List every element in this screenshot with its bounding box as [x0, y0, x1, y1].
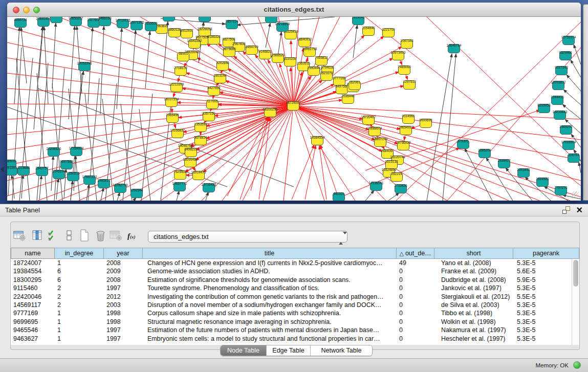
cell-title[interactable]: Corpus callosum shape and size in male p…	[143, 309, 397, 317]
cell-out_degree[interactable]: 0	[397, 318, 434, 326]
cell-out_degree[interactable]: 0	[397, 301, 434, 309]
show-columns-button[interactable]	[31, 229, 45, 243]
cell-name[interactable]: 18724007	[11, 259, 55, 267]
table-panel-header[interactable]: Table Panel ✕	[0, 204, 588, 216]
table-row[interactable]: 911546021997Tourette syndrome. Phenomeno…	[11, 284, 572, 292]
column-header-pagerank[interactable]: pagerank	[513, 248, 579, 259]
cell-in_degree[interactable]: 2	[55, 301, 104, 309]
cell-year[interactable]: 2003	[104, 301, 143, 309]
cell-in_degree[interactable]: 2	[55, 284, 104, 292]
cell-in_degree[interactable]: 6	[55, 276, 104, 284]
background-window-edge[interactable]	[583, 4, 588, 201]
cell-short[interactable]: Hescheler et al. (1997)	[434, 335, 513, 343]
float-panel-icon[interactable]	[562, 206, 570, 214]
panel-collapse-arrow-icon[interactable]	[1, 167, 4, 172]
table-mode-button[interactable]	[13, 229, 27, 243]
delete-column-trash-button[interactable]	[94, 229, 108, 243]
cell-in_degree[interactable]: 1	[55, 309, 104, 317]
cell-name[interactable]: 19384554	[11, 267, 55, 275]
cell-in_degree[interactable]: 6	[55, 267, 104, 275]
select-rows-checkmarks-button[interactable]	[47, 229, 61, 243]
cell-short[interactable]: Stergiakouli et al. (2012)	[434, 293, 513, 301]
cell-name[interactable]: 9777169	[11, 309, 55, 317]
table-row[interactable]: 969969511998Structural magnetic resonanc…	[11, 318, 572, 326]
column-header-in_degree[interactable]: in_degree	[55, 248, 104, 259]
window-titlebar[interactable]: citations_edges.txt	[7, 3, 581, 17]
cell-short[interactable]: Tibbo et al. (1998)	[434, 309, 513, 317]
cell-year[interactable]: 1998	[104, 318, 143, 326]
new-column-document-button[interactable]	[77, 229, 92, 243]
cell-out_degree[interactable]: 0	[397, 284, 434, 292]
cell-short[interactable]: de Silva et al. (2003)	[434, 301, 513, 309]
table-vertical-scrollbar[interactable]	[572, 259, 579, 345]
table-row[interactable]: 1456911722003Disruption of a novel membe…	[11, 301, 572, 309]
cell-in_degree[interactable]: 1	[55, 259, 104, 267]
window-resize-grip[interactable]	[572, 191, 579, 199]
cell-year[interactable]: 1997	[104, 284, 143, 292]
cell-in_degree[interactable]: 2	[55, 293, 104, 301]
network-canvas[interactable]: 1872400779638228860128891293723226058982…	[7, 17, 581, 201]
table-row[interactable]: 946554611997Estimation of the future num…	[11, 326, 572, 334]
cell-year[interactable]: 2009	[104, 267, 143, 275]
cell-title[interactable]: Tourette syndrome. Phenomenology and cla…	[143, 284, 397, 292]
cell-name[interactable]: 14569117	[11, 301, 55, 309]
cell-pagerank[interactable]: 5.6E-5	[513, 267, 572, 275]
cell-year[interactable]: 2012	[104, 293, 143, 301]
cell-year[interactable]: 2008	[104, 259, 143, 267]
column-header-title[interactable]: title	[143, 248, 397, 259]
cell-pagerank[interactable]: 5.3E-5	[513, 335, 572, 343]
network-view-window[interactable]: citations_edges.txt 18724007796382288601…	[7, 3, 581, 201]
cell-pagerank[interactable]: 5.5E-5	[513, 293, 572, 301]
cell-short[interactable]: Jankovic et al. (1997)	[434, 284, 513, 292]
tab-edge-table[interactable]: Edge Table	[267, 345, 311, 356]
cell-short[interactable]: Nakamura et al. (1997)	[434, 326, 513, 334]
cell-year[interactable]: 1997	[104, 326, 143, 334]
cell-title[interactable]: Structural magnetic resonance image aver…	[143, 318, 397, 326]
graph-node[interactable]	[199, 17, 211, 22]
cell-out_degree[interactable]: 0	[397, 293, 434, 301]
scrollbar-thumb[interactable]	[573, 260, 578, 287]
cell-name[interactable]: 9115460	[11, 284, 55, 292]
cell-pagerank[interactable]: 5.3E-5	[513, 318, 572, 326]
cell-in_degree[interactable]: 1	[55, 326, 104, 334]
tab-network-table[interactable]: Network Table	[311, 345, 372, 356]
table-row[interactable]: 1938455462009Genome-wide association stu…	[11, 267, 572, 275]
cell-title[interactable]: Investigating the contribution of common…	[143, 293, 397, 301]
function-builder-button[interactable]: f(x)	[127, 229, 142, 243]
cell-short[interactable]: Yano et al. (2008)	[434, 259, 513, 267]
cell-out_degree[interactable]: 0	[397, 326, 434, 334]
graph-node[interactable]	[163, 17, 175, 21]
cell-year[interactable]: 1998	[104, 309, 143, 317]
cell-pagerank[interactable]: 5.3E-5	[513, 309, 572, 317]
cell-name[interactable]: 18300295	[11, 276, 55, 284]
cell-out_degree[interactable]: 0	[397, 335, 434, 343]
cell-name[interactable]: 22420046	[11, 293, 55, 301]
cell-title[interactable]: Estimation of the future numbers of pati…	[143, 326, 397, 334]
cell-title[interactable]: Disruption of a novel member of a sodium…	[143, 301, 397, 309]
column-header-year[interactable]: year	[104, 248, 143, 259]
graph-node[interactable]	[51, 17, 62, 23]
cell-out_degree[interactable]: 49	[397, 259, 434, 267]
cell-short[interactable]: Wolkin et al. (1998)	[434, 318, 513, 326]
column-header-short[interactable]: short	[434, 248, 513, 259]
row-height-button[interactable]	[62, 229, 76, 243]
cell-title[interactable]: Genome-wide association studies in ADHD.	[143, 267, 397, 275]
cell-title[interactable]: Embryonic stem cells: a model to study s…	[143, 335, 397, 343]
cell-year[interactable]: 1997	[104, 335, 143, 343]
table-row[interactable]: 1872400712008Changes of HCN gene express…	[11, 259, 572, 267]
table-row[interactable]: 2242004622012Investigating the contribut…	[11, 293, 572, 301]
table-selector-dropdown[interactable]: citations_edges.txt	[148, 231, 347, 243]
table-row[interactable]: 977716911998Corpus callosum shape and si…	[11, 309, 572, 317]
cell-short[interactable]: Dudbridge et al. (2008)	[434, 276, 513, 284]
cell-in_degree[interactable]: 1	[55, 318, 104, 326]
cell-title[interactable]: Changes of HCN gene expression and I(f) …	[143, 259, 397, 267]
cell-name[interactable]: 9465546	[11, 326, 55, 334]
cell-pagerank[interactable]: 5.3E-5	[513, 301, 572, 309]
cell-name[interactable]: 9463627	[11, 335, 55, 343]
table-row[interactable]: 1830029562008Estimation of significance …	[11, 276, 572, 284]
cell-out_degree[interactable]: 0	[397, 309, 434, 317]
column-header-name[interactable]: name	[11, 248, 55, 259]
cell-pagerank[interactable]: 5.3E-5	[513, 259, 572, 267]
table-row[interactable]: 946362711997Embryonic stem cells: a mode…	[11, 335, 572, 343]
column-header-out_degree[interactable]: △ out_de…	[397, 248, 434, 259]
